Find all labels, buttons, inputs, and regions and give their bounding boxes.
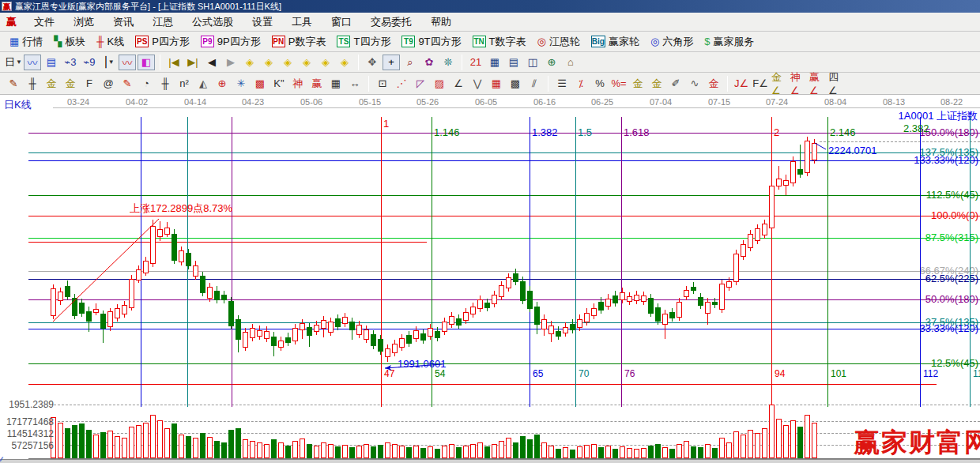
volume-bar [456,447,462,458]
volume-bar [556,449,561,458]
candle [726,281,732,288]
candle [300,323,305,330]
date-tick-label: 04-23 [242,97,264,107]
candle [278,341,284,348]
volume-bar [719,438,725,458]
candle [755,228,760,241]
volume-bar [364,444,369,458]
volume-bar [669,449,675,458]
vline-bottom-label: 94 [775,368,785,379]
volume-bar [762,428,767,458]
date-tick-label: 05-26 [416,97,439,107]
candle [492,295,497,304]
site-watermark: 赢家财富网 [854,425,977,461]
volume-bar [164,428,170,458]
grid-vline [621,117,622,407]
vline-top-label: 1.146 [434,126,460,138]
candle [122,305,127,314]
grid-hline [28,271,980,272]
date-tick-label: 05-06 [300,97,322,107]
candle [100,314,106,329]
candle [620,292,625,300]
volume-bar [285,446,291,458]
candle [790,161,796,183]
candle [164,228,170,235]
candle [662,314,668,325]
date-tick-label: 08-22 [940,97,963,107]
volume-bar [783,425,789,458]
volume-bar [698,447,703,458]
candle [677,302,682,318]
volume-bar [342,445,348,458]
volume-bar [65,428,70,458]
level-label: 112.5%(45) [926,190,978,200]
volume-bar [264,444,270,458]
candle [477,299,483,309]
candle [271,337,277,346]
volume-bar [150,415,156,458]
candle [705,302,710,314]
resize-grip[interactable]: ∕∕∕ [1,456,2,463]
candle [520,281,526,301]
annotation-overlay [0,0,980,463]
candle [627,296,632,302]
volume-bar [677,444,682,458]
date-tick-label: 06-05 [475,97,497,107]
date-tick-label: 06-25 [591,97,613,107]
candle [172,234,177,261]
vline-top-label: 1 [383,118,389,130]
volume-bar [107,431,113,458]
volume-bar [243,439,248,458]
candle [684,290,689,297]
candle [698,297,703,306]
candle [783,180,789,186]
volume-bar [335,446,341,458]
candle [392,344,398,353]
vline-bottom-label: 47 [384,368,394,379]
candle [556,331,561,337]
volume-bar [271,439,277,458]
candle [691,287,696,291]
date-tick-label: 07-24 [766,97,788,107]
app-window: 赢 赢家江恩专业版[赢家内部服务平台] - [上证指数 SH1A0001-111… [0,0,980,463]
candle [428,328,433,337]
period-label: 日K线 [4,100,32,110]
volume-bar [684,441,689,458]
volume-bar [797,427,803,458]
volume-bar [257,442,262,458]
volume-bar [492,444,497,458]
grid-hline [28,279,980,280]
volume-bar [513,442,518,458]
candle [513,273,518,282]
candle [762,224,767,235]
volume-bar [378,445,383,458]
candle [193,265,198,277]
grid-vline [381,117,382,407]
candle [456,318,462,326]
volume-bar [449,444,454,458]
level-label: 12.5%(45) [931,359,978,368]
grid-vline [575,117,576,407]
vline-bottom-label: 101 [831,368,846,379]
volume-bar [641,448,646,458]
candle [598,302,604,311]
candle [107,311,113,327]
volume-bar [634,449,639,458]
volume-bar [499,441,504,458]
volume-bar [484,446,490,458]
dashed-line [820,141,980,142]
candle [58,292,63,301]
volume-bar [385,442,390,458]
grid-vline [827,117,828,407]
volume-bar [776,419,782,458]
candle [378,339,383,352]
date-tick-label: 03-24 [67,97,89,107]
volume-bar [662,447,668,458]
candle [115,308,120,318]
volume-scale-label: 114514312 [3,428,54,439]
vline-bottom-label: 76 [624,368,635,379]
volume-bar [278,442,284,458]
kline-chart-canvas[interactable]: 日K线1A0001 上证指数03-2404-0204-1404-2305-060… [0,0,980,463]
volume-scale-label: 171771468 [3,416,54,427]
volume-bar [58,423,63,458]
